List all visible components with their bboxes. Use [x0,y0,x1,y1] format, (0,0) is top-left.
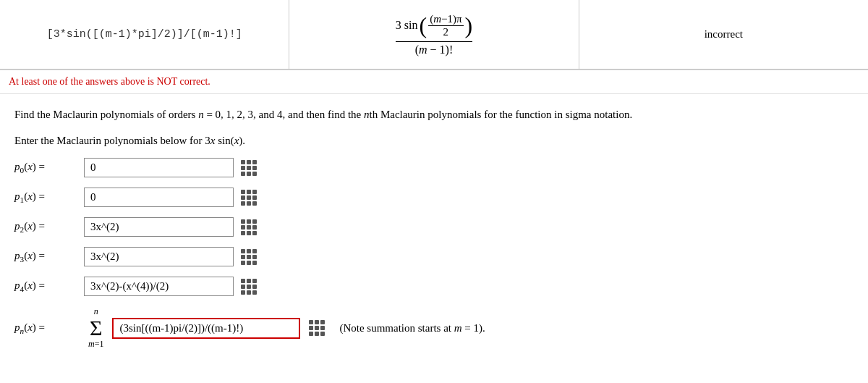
grid-icon-4[interactable] [241,279,257,295]
poly-label-3: p3(x) = [14,250,80,264]
poly-label-1: p1(x) = [14,190,80,204]
right-paren: ) [465,14,473,37]
fraction-denominator: 2 [442,26,451,38]
sigma-symbol: Σ [90,317,102,339]
grid-icon-0[interactable] [241,160,257,176]
grid-icon-sigma[interactable] [309,320,325,336]
poly-row-0: p0(x) = [14,158,854,177]
poly-label-4: p4(x) = [14,279,80,293]
poly-row-3: p3(x) = [14,247,854,266]
cell1-expression: [3*sin([(m-1)*pi]/2)]/[(m-1)!] [47,28,242,41]
grid-icon-1[interactable] [241,190,257,206]
grid-icon-2[interactable] [241,219,257,235]
answer-cell-incorrect: incorrect [579,0,868,69]
poly-row-4: p4(x) = [14,277,854,296]
warning-bar: At least one of the answers above is NOT… [0,70,868,94]
answer-cell-2: 3 sin ( (m−1)π 2 ) (m − 1)! [289,0,579,69]
answer-cell-1: [3*sin([(m-1)*pi]/2)]/[(m-1)!] [0,0,289,69]
poly-input-2[interactable] [84,217,234,237]
sigma-label: pn(x) = [14,321,80,335]
left-paren: ( [419,14,427,37]
main-content: Find the Maclaurin polynomials of orders… [0,94,868,361]
poly-row-2: p2(x) = [14,217,854,237]
fraction-numerator: (m−1)π [428,13,463,26]
poly-input-3[interactable] [84,247,234,266]
sigma-bottom: m=1 [88,339,103,350]
poly-label-2: p2(x) = [14,220,80,234]
poly-input-0[interactable] [84,158,234,177]
sigma-row: pn(x) = n Σ m=1 (Note summation starts a… [14,306,854,350]
sigma-input[interactable] [112,318,300,339]
poly-label-0: p0(x) = [14,161,80,174]
poly-row-1: p1(x) = [14,188,854,207]
poly-input-1[interactable] [84,188,234,207]
answer-row: [3*sin([(m-1)*pi]/2)]/[(m-1)!] 3 sin ( (… [0,0,868,70]
cell2-denominator: (m − 1)! [415,43,454,56]
sin-prefix: 3 sin [396,19,418,32]
fraction: (m−1)π 2 [428,13,463,38]
poly-input-4[interactable] [84,277,234,296]
sigma-symbol-block: n Σ m=1 [88,306,103,350]
grid-icon-3[interactable] [241,249,257,265]
warning-text: At least one of the answers above is NOT… [9,76,210,87]
incorrect-label: incorrect [705,28,743,41]
problem-line1: Find the Maclaurin polynomials of orders… [14,106,854,123]
sigma-note: (Note summation starts at m = 1). [339,322,485,334]
problem-line2: Enter the Maclaurin polynomials below fo… [14,132,854,149]
